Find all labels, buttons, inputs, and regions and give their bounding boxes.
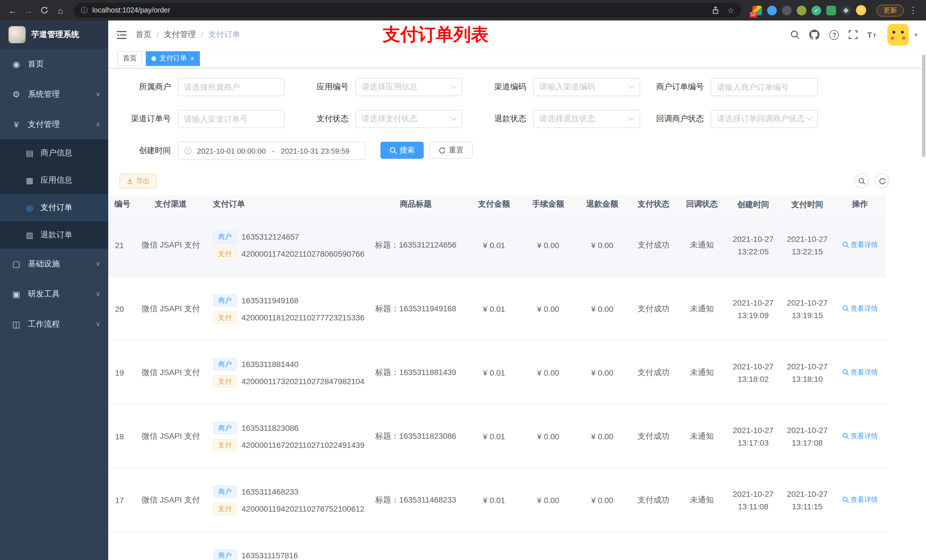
- close-tab-icon[interactable]: ×: [190, 55, 194, 62]
- reset-button[interactable]: 重置: [430, 142, 473, 159]
- sidebar-item-devtools[interactable]: ▣ 研发工具 ∨: [0, 279, 108, 309]
- target-icon: ◎: [25, 203, 34, 212]
- view-detail-link[interactable]: 查看详情: [842, 304, 878, 314]
- search-icon[interactable]: [791, 30, 800, 39]
- table-row[interactable]: 17 微信 JSAPI 支付 商户 1635311468233 支付: [108, 468, 885, 532]
- orders-table: 编号 支付渠道 支付订单 商品标题 支付金额 手续金额 退款金额 支付状态 回调…: [108, 195, 885, 560]
- avatar-caret-icon[interactable]: ▾: [914, 31, 917, 38]
- table-body: 21 微信 JSAPI 支付 商户 1635312124657 支付: [108, 213, 885, 560]
- address-bar[interactable]: ⓘ localhost:1024/pay/order ☆: [74, 3, 741, 18]
- cell-pay-order: 商户 1635311949168 支付 42000011812021102777…: [205, 294, 365, 323]
- view-detail-link[interactable]: 查看详情: [842, 432, 878, 441]
- merchant-order-no: 1635311157816: [242, 551, 298, 560]
- refund-status-select[interactable]: 请选择退款状态: [533, 110, 640, 128]
- merchant-order-no-input[interactable]: [711, 78, 818, 96]
- sidebar-item-app-info[interactable]: ▦ 应用信息: [0, 167, 108, 194]
- sidebar-item-workflow[interactable]: ◫ 工作流程 ∨: [0, 309, 108, 339]
- browser-reload-button[interactable]: [38, 3, 51, 17]
- cell-pay-amount: ¥ 0.01: [467, 368, 521, 377]
- view-detail-link[interactable]: 查看详情: [842, 368, 878, 377]
- vue-devtools-icon[interactable]: ✓: [811, 5, 821, 15]
- sidebar-item-system[interactable]: ⚙ 系统管理 ∨: [0, 79, 108, 109]
- sidebar-item-payment[interactable]: ¥ 支付管理 ∧: [0, 109, 108, 139]
- merchant-label: 所属商户: [115, 82, 178, 92]
- cell-pay-order: 商户 1635311468233 支付 42000011942021102767…: [205, 485, 365, 515]
- channel-code-select[interactable]: 请输入渠道编码: [533, 78, 640, 96]
- sidebar-toggle-icon[interactable]: [117, 30, 126, 39]
- date-start[interactable]: 2021-10-01 00:00:00: [197, 146, 266, 155]
- page-scrollbar[interactable]: [922, 54, 925, 157]
- app-select[interactable]: 请选择应用信息: [356, 78, 462, 96]
- annotation-title: 支付订单列表: [383, 23, 489, 47]
- show-search-button[interactable]: [854, 174, 869, 189]
- date-range-input[interactable]: 2021-10-01 00:00:00 - 2021-10-31 23:59:5…: [178, 142, 366, 160]
- sidebar-item-merchant-info[interactable]: ▤ 商户信息: [0, 139, 108, 167]
- sidebar-item-refund-order[interactable]: ▥ 退款订单: [0, 221, 108, 249]
- channel-order-no-input[interactable]: [178, 110, 285, 128]
- gear-icon: ⚙: [11, 89, 21, 99]
- export-button[interactable]: 导出: [120, 174, 157, 189]
- browser-home-button[interactable]: ⌂: [53, 3, 67, 17]
- cell-actions: 查看详情: [834, 240, 885, 250]
- help-icon[interactable]: ?: [829, 30, 839, 39]
- extension-icon[interactable]: [797, 5, 806, 15]
- fullscreen-icon[interactable]: [849, 30, 858, 39]
- cell-pay-amount: ¥ 0.01: [467, 240, 521, 249]
- cell-order-id: 19: [108, 368, 137, 377]
- table-row[interactable]: 16 商户 1635311157816 支付: [108, 532, 885, 560]
- browser-profile-avatar[interactable]: [856, 5, 866, 15]
- chevron-down-icon: ∨: [96, 260, 100, 267]
- filter-row-3: 创建时间 2021-10-01 00:00:00 - 2021-10-31 23…: [115, 142, 926, 160]
- search-icon: [858, 177, 865, 185]
- cell-fee-amount: ¥ 0.00: [521, 240, 575, 249]
- pay-status-select[interactable]: 请选择支付状态: [356, 110, 462, 128]
- user-avatar[interactable]: [888, 24, 909, 45]
- search-button[interactable]: 搜索: [380, 142, 424, 159]
- merchant-input-field[interactable]: [184, 83, 278, 92]
- tab-home[interactable]: 首页: [117, 51, 142, 66]
- pinned-extension-icon[interactable]: [841, 5, 851, 15]
- browser-update-button[interactable]: 更新: [876, 4, 904, 16]
- callback-status-select[interactable]: 请选择订单回调商户状态: [711, 110, 818, 128]
- sidebar-item-home[interactable]: ◉ 首页: [0, 49, 108, 79]
- breadcrumb-home[interactable]: 首页: [136, 30, 151, 40]
- table-row[interactable]: 18 微信 JSAPI 支付 商户 1635311823086 支付: [108, 405, 885, 468]
- date-end[interactable]: 2021-10-31 23:59:59: [281, 146, 350, 155]
- share-icon[interactable]: [712, 6, 720, 14]
- view-detail-link[interactable]: 查看详情: [842, 495, 878, 505]
- font-size-icon[interactable]: TT: [868, 30, 878, 39]
- sidebar-item-infrastructure[interactable]: ▢ 基础设施 ∨: [0, 249, 108, 279]
- table-row[interactable]: 21 微信 JSAPI 支付 商户 1635312124657 支付: [108, 213, 885, 277]
- table-row[interactable]: 19 微信 JSAPI 支付 商户 1635311881440 支付: [108, 341, 885, 405]
- cell-refund-amount: ¥ 0.00: [575, 432, 629, 441]
- tab-pay-order[interactable]: 支付订单 ×: [146, 51, 200, 66]
- top-navbar: 首页 / 支付管理 / 支付订单 支付订单列表 ?: [108, 21, 926, 49]
- extension-icon[interactable]: 10: [752, 5, 762, 15]
- extension-icon[interactable]: [767, 5, 777, 15]
- url-text: localhost:1024/pay/order: [92, 6, 170, 14]
- site-info-icon[interactable]: ⓘ: [81, 5, 88, 15]
- browser-menu-icon[interactable]: ⋮: [906, 5, 920, 15]
- merchant-order-no-label: 商户订单编号: [648, 82, 711, 92]
- pay-tag: 支付: [213, 311, 237, 323]
- pay-tag: 支付: [213, 438, 237, 451]
- pay-status-label: 支付状态: [293, 114, 356, 124]
- yen-icon: ¥: [11, 119, 21, 129]
- merchant-input[interactable]: [178, 78, 285, 96]
- view-detail-link[interactable]: 查看详情: [842, 240, 878, 250]
- github-icon[interactable]: [809, 30, 820, 40]
- table-row[interactable]: 20 微信 JSAPI 支付 商户 1635311949168 支付: [108, 277, 885, 341]
- sidebar-item-pay-order[interactable]: ◎ 支付订单: [0, 194, 108, 221]
- chevron-down-icon: [806, 114, 813, 121]
- refresh-table-button[interactable]: [875, 174, 890, 189]
- browser-back-button[interactable]: ←: [6, 3, 20, 17]
- channel-order-no-field[interactable]: [184, 115, 278, 124]
- cell-actions: 查看详情: [834, 368, 885, 377]
- extension-icon[interactable]: [826, 5, 836, 15]
- bookmark-star-icon[interactable]: ☆: [728, 6, 734, 15]
- view-detail-link[interactable]: 查看详情: [842, 559, 878, 560]
- cell-callback-status: 未通知: [678, 431, 726, 441]
- browser-forward-button[interactable]: →: [22, 3, 35, 17]
- merchant-order-no-field[interactable]: [717, 83, 811, 92]
- extension-icon[interactable]: [782, 5, 791, 15]
